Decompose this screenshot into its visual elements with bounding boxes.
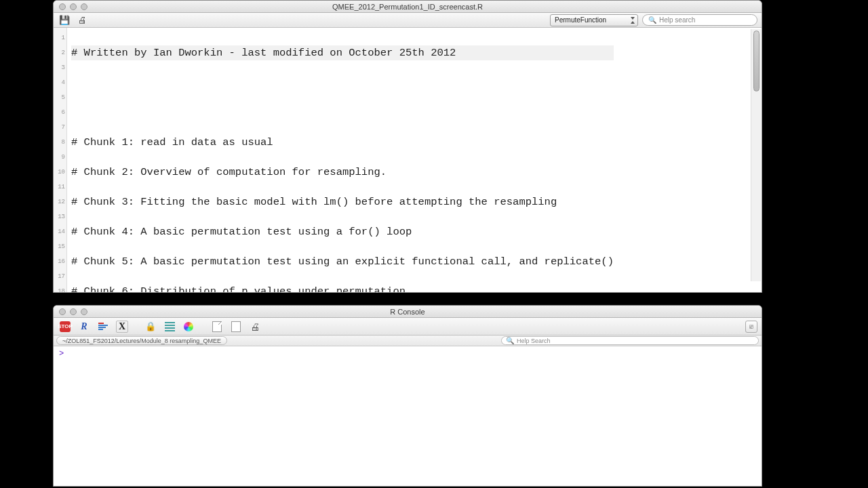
barchart-icon [98, 323, 108, 330]
code-line[interactable]: # Chunk 1: read in data as usual [71, 135, 614, 150]
search-placeholder: Help search [659, 16, 695, 24]
line-gutter: 12 34 56 78 910 1112 1314 1516 1718 [54, 28, 67, 292]
print-icon[interactable]: 🖨 [75, 14, 89, 26]
new-button[interactable] [229, 319, 243, 334]
code-line[interactable]: # Chunk 4: A basic permutation test usin… [71, 224, 614, 239]
code-line[interactable]: # Chunk 2: Overview of computation for r… [71, 165, 614, 180]
console-window: R Console STOP R X 🔒 [53, 305, 762, 487]
vertical-scrollbar[interactable] [751, 29, 761, 281]
toggle-icon: ⎚ [749, 323, 753, 330]
blank-document-icon [231, 321, 241, 332]
console-output[interactable]: > [54, 346, 762, 486]
floppy-icon: 💾 [59, 15, 70, 25]
x-icon: X [116, 321, 128, 333]
minimize-icon[interactable] [70, 308, 77, 315]
console-titlebar[interactable]: R Console [54, 306, 762, 318]
close-icon[interactable] [59, 3, 66, 10]
code-content[interactable]: # Written by Ian Dworkin - last modified… [67, 28, 618, 292]
lines-button[interactable] [162, 319, 177, 334]
toggle-button[interactable]: ⎚ [745, 321, 757, 333]
editor-toolbar: 💾 🖨 PermuteFunction 🔍 Help search [54, 13, 762, 28]
scrollbar-thumb[interactable] [753, 30, 760, 92]
code-line[interactable]: # Chunk 3: Fitting the basic model with … [71, 195, 614, 209]
path-bar: ~/ZOL851_FS2012/Lectures/Module_8 resamp… [54, 336, 762, 346]
search-icon: 🔍 [506, 337, 514, 344]
console-toolbar: STOP R X 🔒 🖨 [54, 318, 762, 336]
traffic-lights [54, 308, 87, 315]
search-placeholder: Help Search [517, 338, 551, 344]
code-line[interactable]: # Chunk 5: A basic permutation test usin… [71, 254, 614, 269]
minimize-icon[interactable] [70, 3, 77, 10]
editor-title: QMEE_2012_Permutation1_ID_screencast.R [54, 3, 762, 11]
lines-icon [165, 322, 175, 331]
zoom-icon[interactable] [81, 3, 87, 10]
working-directory[interactable]: ~/ZOL851_FS2012/Lectures/Module_8 resamp… [56, 336, 227, 345]
palette-icon [184, 322, 193, 331]
document-icon [212, 321, 222, 332]
code-area[interactable]: 12 34 56 78 910 1112 1314 1516 1718 # Wr… [54, 28, 762, 292]
dropdown-label: PermuteFunction [555, 16, 606, 24]
save-icon[interactable]: 💾 [58, 14, 71, 26]
console-help-search[interactable]: 🔍 Help Search [501, 336, 759, 345]
path-text: ~/ZOL851_FS2012/Lectures/Module_8 resamp… [62, 338, 221, 344]
zoom-icon[interactable] [81, 308, 87, 315]
colors-button[interactable] [181, 319, 196, 334]
code-line[interactable] [71, 75, 614, 90]
editor-titlebar[interactable]: QMEE_2012_Permutation1_ID_screencast.R [54, 1, 762, 13]
source-button[interactable]: R [77, 319, 92, 334]
lock-icon: 🔒 [145, 321, 156, 331]
close-icon[interactable] [59, 308, 66, 315]
open-button[interactable] [210, 319, 224, 334]
lock-button[interactable]: 🔒 [143, 319, 158, 334]
function-dropdown[interactable]: PermuteFunction [550, 14, 638, 26]
prompt: > [59, 349, 64, 359]
print-button[interactable]: 🖨 [248, 319, 262, 334]
editor-window: QMEE_2012_Permutation1_ID_screencast.R 💾… [53, 0, 762, 293]
console-title: R Console [54, 308, 762, 316]
code-line[interactable]: # Chunk 6: Distribution of p values unde… [71, 284, 614, 292]
stop-icon: STOP [60, 321, 71, 332]
printer-icon: 🖨 [78, 15, 87, 25]
history-button[interactable] [96, 319, 111, 334]
code-line[interactable]: # Written by Ian Dworkin - last modified… [71, 45, 614, 60]
printer-icon: 🖨 [250, 321, 260, 332]
traffic-lights [54, 3, 87, 10]
clear-button[interactable]: X [115, 319, 130, 334]
code-line[interactable] [71, 105, 614, 120]
stop-button[interactable]: STOP [58, 319, 73, 334]
help-search[interactable]: 🔍 Help search [642, 14, 757, 26]
r-icon: R [81, 321, 87, 332]
search-icon: 🔍 [648, 16, 656, 24]
